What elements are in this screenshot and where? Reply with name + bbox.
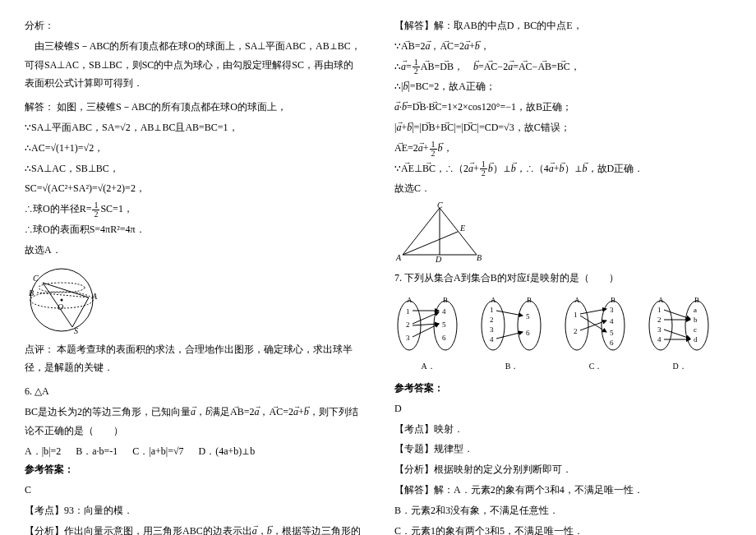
radius-line: ∴球O的半径R=12SC=1， [25, 200, 362, 219]
jieda-1: 【解答】解：取AB的中点D，BC的中点E， [394, 16, 731, 35]
svg-text:d: d [694, 335, 698, 344]
kaodian-2: 【考点】映射． [394, 420, 731, 439]
svg-text:B: B [527, 296, 532, 304]
svg-text:3: 3 [657, 325, 662, 334]
svg-text:4: 4 [610, 317, 614, 325]
svg-line-59 [580, 321, 606, 330]
svg-text:1: 1 [657, 306, 662, 314]
svg-text:B: B [477, 253, 482, 262]
svg-line-5 [72, 297, 89, 327]
map-d: AB 1234 abcd D． [646, 293, 713, 374]
svg-text:2: 2 [406, 321, 410, 329]
r7: ∵AE⊥BC，∴（2a+12b）⊥b，∴（4a+b）⊥b，故D正确． [394, 159, 731, 178]
svg-text:3: 3 [490, 325, 494, 334]
svg-text:4: 4 [442, 307, 446, 316]
q6-line2: BC是边长为2的等边三角形，已知向量a，b满足AB=2a，AC=2a+b，则下列… [25, 403, 362, 440]
svg-line-14 [403, 232, 458, 255]
svg-text:C: C [33, 274, 39, 283]
jieda-b: B．元素2和3没有象，不满足任意性． [394, 501, 731, 520]
svg-text:1: 1 [490, 306, 494, 314]
analysis-text: 由三棱锥S－ABC的所有顶点都在球O的球面上，SA⊥平面ABC，AB⊥BC，可得… [25, 37, 362, 93]
svg-text:b: b [694, 316, 698, 324]
svg-line-32 [413, 312, 439, 324]
opt-b: B．a·b=-1 [76, 442, 118, 461]
fenxi-line: 【分析】作出向量示意图，用三角形ABC的边表示出a，b，根据等边三角形的性质判断… [25, 522, 362, 535]
ref-answer-label-2: 参考答案： [394, 379, 731, 398]
surface-line: ∴球O的表面积S=4πR²=4π． [25, 220, 362, 239]
svg-text:A: A [491, 296, 496, 304]
kaodian: 【考点】93：向量的模． [25, 501, 362, 520]
svg-text:C: C [437, 201, 443, 210]
sphere-figure: C A S B O [25, 263, 107, 337]
svg-line-57 [580, 309, 606, 314]
svg-text:B: B [443, 296, 448, 304]
svg-text:6: 6 [442, 334, 446, 342]
svg-line-45 [496, 311, 523, 316]
solve-intro: 解答： 如图，三棱锥S－ABC的所有顶点都在球O的球面上， [25, 98, 362, 117]
svg-text:B: B [29, 288, 34, 297]
svg-text:A: A [91, 292, 98, 301]
svg-point-7 [61, 298, 63, 301]
r4: a·b=DB·BC=1×2×cos120°=−1，故B正确； [394, 98, 731, 117]
analysis-label: 分析： [25, 16, 362, 35]
svg-text:5: 5 [442, 321, 446, 329]
map-b: AB 1234 56 B． [478, 293, 546, 374]
svg-line-58 [580, 316, 606, 332]
svg-text:5: 5 [610, 329, 614, 337]
svg-point-36 [518, 301, 541, 350]
r1: ∵AB=2a，AC=2a+b， [394, 37, 731, 56]
jieda-c: C．元素1的象有两个3和5，不满足唯一性． [394, 522, 731, 535]
svg-text:2: 2 [657, 316, 662, 324]
opt-a: A．|b|=2 [25, 442, 61, 461]
svg-text:A: A [574, 296, 580, 304]
map-c: AB 12 3456 C． [562, 293, 629, 374]
svg-text:B: B [611, 296, 615, 304]
svg-text:A: A [395, 253, 402, 262]
svg-text:2: 2 [574, 327, 578, 335]
svg-text:3: 3 [610, 306, 614, 314]
svg-text:a: a [694, 306, 697, 314]
q6-options: A．|b|=2 B．a·b=-1 C．|a+b|=√7 D．(4a+b)⊥b [25, 442, 362, 461]
svg-text:6: 6 [526, 329, 530, 337]
svg-text:4: 4 [490, 335, 494, 344]
svg-text:6: 6 [610, 339, 614, 347]
opt-c: C．|a+b|=√7 [132, 442, 183, 461]
given-1: ∵SA⊥平面ABC，SA=√2，AB⊥BC且AB=BC=1， [25, 118, 362, 137]
svg-text:A: A [658, 296, 664, 304]
zhuanti: 【专题】规律型． [394, 440, 731, 459]
r3: ∴|b|=BC=2，故A正确； [394, 77, 731, 96]
svg-text:5: 5 [526, 312, 530, 321]
opt-d: D．(4a+b)⊥b [199, 442, 256, 461]
perp-line: ∴SA⊥AC，SB⊥BC， [25, 159, 362, 178]
svg-text:E: E [459, 224, 465, 233]
svg-text:O: O [58, 302, 63, 311]
answer-c: C [25, 481, 362, 500]
triangle-figure: A D B C E [394, 201, 485, 265]
mapping-options: AB 123 456 A． AB 1234 56 B． [394, 293, 731, 374]
svg-text:3: 3 [406, 334, 410, 342]
svg-text:2: 2 [490, 316, 494, 324]
svg-point-47 [565, 301, 588, 350]
r6: AE=2a+12b， [394, 139, 731, 158]
ac-calc: ∴AC=√(1+1)=√2， [25, 139, 362, 158]
r2: ∴a=12AB=DB， b=AC−2a=AC−AB=BC， [394, 58, 731, 76]
svg-text:1: 1 [406, 307, 410, 316]
svg-text:A: A [407, 296, 413, 304]
svg-text:c: c [694, 325, 697, 334]
comment: 点评： 本题考查球的表面积的求法，合理地作出图形，确定球心，求出球半径，是解题的… [25, 340, 362, 378]
q7-text: 7. 下列从集合A到集合B的对应f是映射的是（ ） [394, 269, 731, 288]
answer-a: 故选A． [25, 241, 362, 260]
svg-text:S: S [74, 326, 78, 335]
fenxi-2: 【分析】根据映射的定义分别判断即可． [394, 460, 731, 479]
jieda-2: 【解答】解：A．元素2的象有两个3和4，不满足唯一性． [394, 481, 731, 500]
svg-text:1: 1 [574, 311, 578, 319]
svg-text:D: D [435, 255, 442, 264]
sc-calc: SC=√(AC²+SA²)=√(2+2)=2， [25, 179, 362, 198]
map-a: AB 123 456 A． [394, 293, 462, 374]
q6-line1: 6. △A [25, 382, 362, 401]
r5: |a+b|=|DB+BC|=|DC|=CD=√3，故C错误； [394, 118, 731, 137]
answer-d: D [394, 399, 731, 418]
svg-text:4: 4 [657, 335, 662, 344]
svg-text:B: B [694, 296, 699, 304]
ref-answer-label: 参考答案： [25, 460, 362, 479]
